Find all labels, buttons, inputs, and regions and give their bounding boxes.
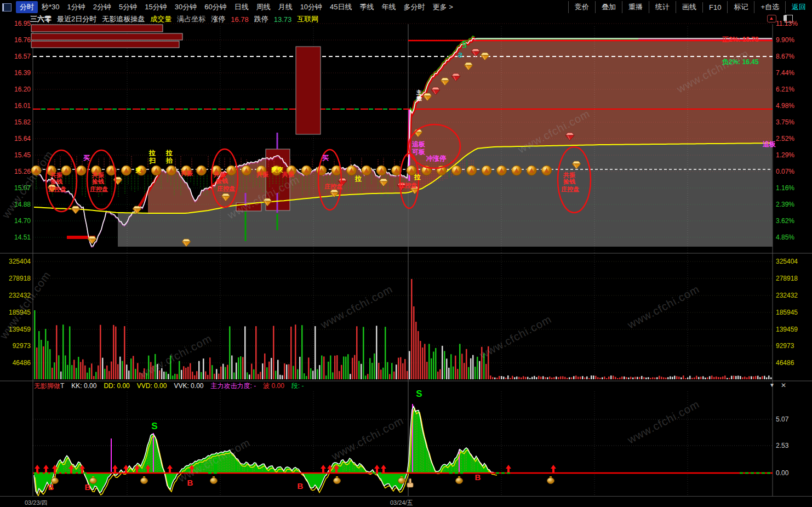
chart-shape [433,352,434,379]
chart-shape [450,354,452,379]
chart-shape [262,363,264,379]
chart-shape [479,361,481,379]
chart-shape [683,375,684,379]
chart-shape [424,344,426,379]
chart-shape [275,371,277,379]
chart-shape [573,376,575,379]
auction-bar [31,25,163,32]
chart-shape [626,377,627,379]
chart-shape [437,372,439,379]
chart-shape [455,356,456,379]
chart-shape [288,364,290,379]
chart-shape [580,377,581,379]
chart-shape [442,346,443,379]
chart-shape [52,368,53,379]
chart-annotation: 撤 [416,95,422,101]
chart-shape [73,360,75,379]
chart-shape [214,374,215,379]
chart-shape [279,375,281,379]
chart-annotation: 庄控盘 [561,186,579,192]
chart-shape [330,355,331,379]
chart-shape [34,310,36,379]
chart-shape [746,377,748,379]
chart-shape [297,369,299,379]
chart-shape [367,374,369,379]
chart-shape [499,376,500,379]
chart-shape [575,375,577,379]
chart-shape [260,372,261,379]
price-axis-label: 16.20 [14,86,31,93]
chart-annotation: 庄控盘 [216,185,235,192]
chart-annotation: 突 [135,167,141,173]
chart-shape [185,368,187,379]
coin-icon [61,166,71,175]
chart-shape [470,358,472,379]
chart-shape [713,377,715,379]
chart-shape [727,378,728,379]
chart-shape [729,378,730,379]
chart-shape [194,375,196,379]
chart-shape [678,377,680,379]
chart-shape [345,357,347,379]
chart-shape [301,325,303,379]
chart-shape [420,341,421,379]
auction-bar [31,33,182,40]
chart-shape [496,378,498,379]
chart-shape [591,375,592,379]
chart-shape [547,478,554,484]
chart-shape [361,364,362,379]
chart-shape [82,360,84,379]
chart-shape [389,374,391,379]
indicator-axis-label: 5.07 [776,415,789,423]
chart-shape [295,324,296,379]
chart-shape [328,362,329,379]
chart-shape [43,346,44,379]
date-label-day1: 03/23/四 [25,499,48,507]
price-axis-label: 16.57 [14,53,31,60]
close-icon[interactable]: ✕ [781,381,786,389]
chart-shape [229,326,231,379]
indicator-title: 无影脚做 [34,382,60,390]
chart-shape [258,374,259,379]
chart-shape [477,357,478,379]
chart-shape [321,356,323,379]
indicator-field-6: 段: - [291,382,304,390]
indicator-field-1: DD: 0.00 [104,382,129,390]
chart-shape [426,362,428,379]
chart-shape [402,363,404,379]
chart-shape [599,378,601,379]
chart-shape [196,371,198,379]
chart-shape [643,377,645,379]
chart-shape [731,376,733,379]
coin-icon [467,166,477,175]
chart-shape [253,369,255,379]
chart-shape [67,365,68,379]
chart-shape [104,369,106,379]
chart-shape [163,372,165,379]
pct-axis-label: 1.29% [776,151,794,159]
chart-shape [545,377,546,379]
chart-shape [630,377,632,379]
chart-shape [514,377,516,379]
chart-shape [93,376,95,379]
chart-shape [648,377,649,379]
chart-shape [687,378,689,379]
chart-shape [661,377,662,379]
chart-shape [529,378,531,379]
chart-shape [227,365,228,379]
price-axis-label: 16.95 [14,20,31,27]
chart-shape [268,362,270,379]
indicator-field-0: KK: 0.00 [71,382,96,390]
chart-shape [341,365,342,379]
chart-shape [720,377,722,379]
chart-shape [393,372,395,379]
chart-shape [602,377,603,379]
chart-shape [106,366,108,379]
chart-shape [453,367,454,379]
coin-icon [376,166,386,175]
chart-annotation: 主 [416,89,422,95]
sell-marker-s: S [151,421,157,431]
chevron-down-icon[interactable]: ▼ [769,382,775,388]
chart-shape [474,367,476,379]
chart-shape [38,331,40,379]
